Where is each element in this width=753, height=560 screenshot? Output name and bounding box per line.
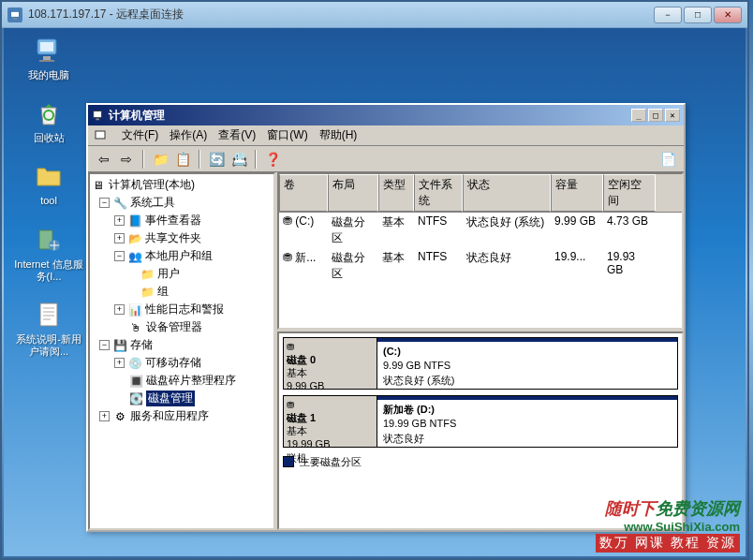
folder-icon [34,161,64,191]
perf-icon: 📊 [128,303,141,317]
expand-icon[interactable]: + [114,358,125,368]
tree-services[interactable]: +⚙服务和应用程序 [92,407,272,425]
col-capacity[interactable]: 容量 [551,174,603,212]
icon-label: 回收站 [34,132,65,144]
tree-removable[interactable]: +💿可移动存储 [92,354,272,372]
mgmt-content: 🖥计算机管理(本地) −🔧系统工具 +📘事件查看器 +📂共享文件夹 −👥本地用户… [88,172,684,530]
maximize-button[interactable]: □ [684,7,712,23]
tree-root[interactable]: 🖥计算机管理(本地) [92,176,272,194]
desktop-icons: 我的电脑 回收站 tool Internet 信息服务(I... 系统说明-新用… [11,36,86,375]
menu-view[interactable]: 查看(V) [213,125,261,145]
tree-storage[interactable]: −💾存储 [92,336,272,354]
close-button[interactable]: ✕ [714,7,742,23]
tree-panel[interactable]: 🖥计算机管理(本地) −🔧系统工具 +📘事件查看器 +📂共享文件夹 −👥本地用户… [88,172,275,530]
mgmt-titlebar[interactable]: 计算机管理 _ □ ✕ [88,105,684,125]
shared-folder-icon: 📂 [128,232,141,245]
col-volume[interactable]: 卷 [279,174,328,212]
svg-rect-5 [39,60,54,62]
list-view-button[interactable]: 📇 [229,149,249,169]
volume-list-header: 卷 布局 类型 文件系统 状态 容量 空闲空间 [279,174,682,213]
defrag-icon: 🔳 [129,375,142,388]
collapse-icon[interactable]: − [114,251,125,261]
menu-app-icon [94,128,109,143]
recycle-bin-icon[interactable]: 回收站 [11,98,86,144]
menu-action[interactable]: 操作(A) [164,125,213,145]
toolbar-separator [255,150,257,169]
rdp-titlebar[interactable]: 108.171.197.17 - 远程桌面连接 － □ ✕ [2,2,747,28]
remote-desktop-area: 我的电脑 回收站 tool Internet 信息服务(I... 系统说明-新用… [4,28,746,556]
rdp-icon [7,7,22,22]
col-filesystem[interactable]: 文件系统 [414,174,463,212]
expand-icon[interactable]: + [114,215,125,226]
tree-groups[interactable]: 📁组 [92,283,272,301]
col-type[interactable]: 类型 [378,174,414,212]
forward-button[interactable]: ⇨ [116,149,137,169]
disk-info[interactable]: ⛃ 磁盘 1 基本 19.99 GB 联机 [284,396,377,447]
notepad-icon[interactable]: 系统说明-新用户请阅... [11,300,86,358]
collapse-icon[interactable]: − [99,198,110,208]
computer-icon [34,36,64,66]
icon-label: 系统说明-新用户请阅... [11,333,86,358]
col-layout[interactable]: 布局 [328,174,378,212]
svg-rect-15 [96,119,99,121]
tree-shared-folders[interactable]: +📂共享文件夹 [92,229,272,247]
svg-rect-16 [96,131,105,139]
iis-icon[interactable]: Internet 信息服务(I... [11,225,86,283]
icon-label: Internet 信息服务(I... [11,258,86,283]
refresh-button[interactable]: 🔄 [206,149,227,169]
svg-rect-4 [43,56,51,60]
users-group-icon: 👥 [128,250,141,263]
folder-icon: 📁 [140,286,154,299]
svg-rect-14 [94,111,102,118]
disk-partition[interactable]: 新加卷 (D:) 19.99 GB NTFS 状态良好 [377,396,677,447]
expand-icon[interactable]: + [114,233,125,243]
svg-rect-9 [40,303,57,326]
help-button[interactable]: ❓ [262,149,283,169]
menubar: 文件(F) 操作(A) 查看(V) 窗口(W) 帮助(H) [88,125,684,146]
mgmt-minimize-button[interactable]: _ [631,109,646,122]
icon-label: tool [40,195,57,207]
gear-icon: ⚙ [113,410,126,423]
expand-icon[interactable]: + [99,411,110,421]
menu-help[interactable]: 帮助(H) [314,125,363,145]
properties-button[interactable]: 📋 [172,149,193,169]
tree-system-tools[interactable]: −🔧系统工具 [92,194,272,212]
menu-window[interactable]: 窗口(W) [261,125,313,145]
volume-row[interactable]: ⛃ (C:) 磁盘分区 基本 NTFS 状态良好 (系统) 9.99 GB 4.… [279,213,682,248]
tree-local-users[interactable]: −👥本地用户和组 [92,247,272,265]
collapse-icon[interactable]: − [99,340,110,350]
tree-performance[interactable]: +📊性能日志和警报 [92,301,272,318]
partition-legend: 主要磁盘分区 [283,453,678,471]
tree-device-mgr[interactable]: 🖱设备管理器 [92,318,272,336]
tree-disk-mgmt[interactable]: 💽磁盘管理 [92,390,272,407]
mgmt-title-icon [92,109,105,122]
mgmt-close-button[interactable]: ✕ [665,109,680,122]
tool-folder-icon[interactable]: tool [11,161,86,207]
document-icon [34,300,64,330]
watermark-line2: 数万 网课 教程 资源 [596,534,740,553]
menu-file[interactable]: 文件(F) [116,125,164,145]
rdp-window-controls: － □ ✕ [654,7,742,23]
volume-row[interactable]: ⛃ 新... 磁盘分区 基本 NTFS 状态良好 19.9... 19.93 G… [279,248,682,284]
back-button[interactable]: ⇦ [94,149,114,169]
tree-event-viewer[interactable]: +📘事件查看器 [92,212,272,229]
mgmt-title-text: 计算机管理 [109,108,631,124]
disk-info[interactable]: ⛃ 磁盘 0 基本 9.99 GB 联机 [284,338,377,389]
col-status[interactable]: 状态 [463,174,551,212]
volume-list[interactable]: 卷 布局 类型 文件系统 状态 容量 空闲空间 ⛃ (C:) 磁盘分区 基本 [277,172,684,330]
up-button[interactable]: 📁 [150,149,170,169]
options-button[interactable]: 📄 [657,149,678,169]
watermark-url: www.SuiShiXia.com [596,520,740,534]
disk-drive-icon: ⛃ [287,399,374,411]
col-free[interactable]: 空闲空间 [603,174,656,212]
tools-icon: 🔧 [113,197,126,210]
expand-icon[interactable]: + [114,304,125,315]
tree-users[interactable]: 📁用户 [92,265,272,283]
disk-partition[interactable]: (C:) 9.99 GB NTFS 状态良好 (系统) [377,338,677,389]
minimize-button[interactable]: － [654,7,682,23]
right-panel: 卷 布局 类型 文件系统 状态 容量 空闲空间 ⛃ (C:) 磁盘分区 基本 [277,172,684,530]
mgmt-maximize-button[interactable]: □ [648,109,663,122]
tree-defrag[interactable]: 🔳磁盘碎片整理程序 [92,372,272,390]
my-computer-icon[interactable]: 我的电脑 [11,36,86,81]
rdp-window: 108.171.197.17 - 远程桌面连接 － □ ✕ 我的电脑 回收站 t… [0,0,749,560]
